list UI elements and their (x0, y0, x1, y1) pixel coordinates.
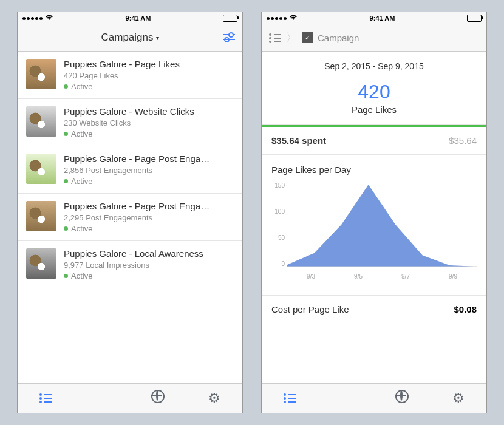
globe-icon (151, 390, 165, 403)
tab-settings[interactable]: ⚙ (208, 390, 220, 406)
signal-dots-icon (267, 17, 287, 20)
gear-icon: ⚙ (208, 390, 220, 406)
campaign-thumbnail (26, 201, 56, 231)
caret-down-icon: ▾ (156, 35, 159, 41)
chart-section: Page Likes per Day 150 100 50 0 9/3 9/5 … (262, 155, 486, 295)
chevron-right-icon: 〉 (286, 30, 297, 45)
status-dot-icon (64, 226, 68, 231)
gear-icon: ⚙ (452, 390, 465, 406)
status-dot-icon (64, 179, 68, 183)
campaign-thumbnail (26, 106, 56, 137)
tab-create[interactable]: + (95, 390, 107, 406)
campaign-thumbnail (26, 248, 56, 279)
campaign-metric: 2,856 Post Engagements (64, 166, 234, 175)
list-icon (269, 33, 281, 42)
list-item[interactable]: Puppies Galore - Page Likes 420 Page Lik… (18, 52, 242, 99)
breadcrumb-label: Campaign (318, 33, 359, 43)
campaign-title: Puppies Galore - Website Clicks (64, 106, 234, 117)
tab-bar: + ⚙ (262, 383, 486, 413)
status-dot-icon (64, 132, 68, 136)
campaign-status: Active (71, 224, 92, 233)
campaign-thumbnail (26, 59, 56, 89)
cost-row: Cost per Page Like $0.08 (262, 295, 486, 323)
x-axis-labels: 9/3 9/5 9/7 9/9 (287, 273, 477, 280)
tab-settings[interactable]: ⚙ (452, 390, 465, 406)
signal-dots-icon (22, 17, 43, 20)
spent-amount: $35.64 spent (271, 135, 326, 146)
campaign-metric: 9,977 Local Impressions (64, 260, 234, 270)
breadcrumb[interactable]: 〉 ✓ Campaign (269, 30, 359, 45)
campaign-title: Puppies Galore - Page Likes (64, 59, 234, 69)
campaign-metric: 230 Website Clicks (64, 118, 234, 127)
filter-button[interactable] (223, 32, 235, 44)
tab-list[interactable] (284, 390, 296, 406)
tab-activity[interactable] (151, 390, 165, 407)
campaign-title: Puppies Galore - Local Awareness (64, 248, 234, 259)
list-icon (284, 393, 296, 403)
spent-budget: $35.64 (449, 135, 477, 146)
headline-label: Page Likes (262, 104, 486, 115)
navbar: 〉 ✓ Campaign (262, 24, 486, 52)
list-item[interactable]: Puppies Galore - Page Post Enga… 2,856 P… (18, 146, 242, 194)
battery-icon (223, 15, 237, 22)
tab-activity[interactable] (395, 390, 409, 407)
campaign-list[interactable]: Puppies Galore - Page Likes 420 Page Lik… (18, 52, 242, 383)
navbar: Campaigns ▾ (18, 24, 242, 52)
tab-bar: + ⚙ (18, 383, 242, 413)
cost-label: Cost per Page Like (271, 304, 349, 314)
campaign-metric: 420 Page Likes (64, 71, 234, 80)
campaign-thumbnail (26, 154, 56, 184)
area-chart-svg (287, 182, 477, 267)
svg-marker-0 (287, 185, 477, 267)
campaign-status: Active (71, 129, 92, 138)
nav-title-label: Campaigns (101, 32, 154, 44)
phone-campaign-detail: 9:41 AM 〉 ✓ Campaign Sep 2, 2015 - Sep 9… (261, 12, 487, 413)
list-item[interactable]: Puppies Galore - Website Clicks 230 Webs… (18, 99, 242, 146)
campaign-status: Active (71, 271, 92, 280)
cost-value: $0.08 (454, 304, 477, 314)
campaign-status: Active (71, 177, 92, 186)
spend-row: $35.64 spent $35.64 (262, 127, 486, 155)
battery-icon (467, 15, 482, 22)
list-icon (39, 393, 52, 403)
tab-list[interactable] (39, 390, 52, 406)
status-dot-icon (64, 274, 68, 278)
list-item[interactable]: Puppies Galore - Page Post Enga… 2,295 P… (18, 194, 242, 241)
nav-title-dropdown[interactable]: Campaigns ▾ (101, 32, 159, 44)
phone-campaign-list: 9:41 AM Campaigns ▾ Puppies Galore - Pag… (17, 12, 243, 413)
campaign-metric: 2,295 Post Engagements (64, 213, 234, 222)
plus-icon: + (95, 393, 107, 406)
wifi-icon (45, 14, 53, 22)
campaign-detail[interactable]: Sep 2, 2015 - Sep 9, 2015 420 Page Likes… (262, 52, 486, 383)
sliders-icon (223, 33, 235, 41)
checkbox-icon: ✓ (302, 32, 313, 43)
status-time: 9:41 AM (126, 15, 151, 22)
globe-icon (395, 390, 409, 403)
chart-title: Page Likes per Day (271, 165, 477, 175)
campaign-title: Puppies Galore - Page Post Enga… (64, 154, 234, 164)
campaign-status: Active (71, 82, 92, 91)
campaign-title: Puppies Galore - Page Post Enga… (64, 201, 234, 211)
status-time: 9:41 AM (370, 15, 395, 22)
y-axis-labels: 150 100 50 0 (271, 182, 285, 267)
date-range[interactable]: Sep 2, 2015 - Sep 9, 2015 (262, 52, 486, 76)
plus-icon: + (339, 393, 352, 406)
headline-value: 420 (262, 81, 486, 103)
wifi-icon (289, 14, 298, 22)
list-item[interactable]: Puppies Galore - Local Awareness 9,977 L… (18, 241, 242, 288)
status-dot-icon (64, 84, 68, 89)
status-bar: 9:41 AM (18, 12, 242, 24)
chart[interactable]: 150 100 50 0 9/3 9/5 9/7 9/9 (287, 182, 477, 285)
status-bar: 9:41 AM (262, 12, 486, 24)
headline-metric: 420 Page Likes (262, 76, 486, 125)
tab-create[interactable]: + (339, 390, 352, 406)
